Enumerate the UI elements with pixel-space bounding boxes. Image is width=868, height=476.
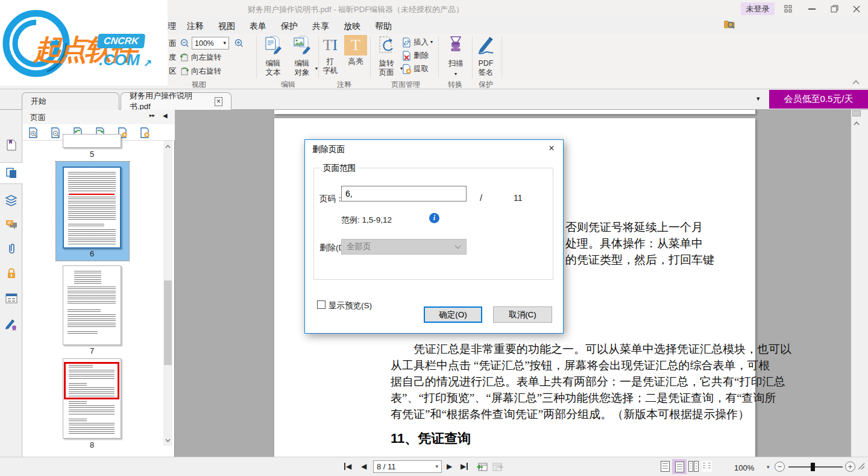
menu-view[interactable]: 视图 bbox=[215, 20, 239, 32]
security-panel-button[interactable] bbox=[0, 262, 22, 284]
facing-continuous-view-button[interactable] bbox=[702, 461, 712, 472]
panel-expand-icon[interactable]: ▸▸ bbox=[149, 112, 155, 118]
thumbnail-page-8[interactable] bbox=[63, 358, 121, 439]
cancel-button[interactable]: 取消(C) bbox=[493, 306, 552, 323]
visible-area-partial[interactable]: 区 bbox=[169, 66, 177, 77]
ok-button[interactable]: 确定(O) bbox=[424, 306, 482, 323]
tab-close-button[interactable]: × bbox=[215, 97, 222, 106]
page-range-input[interactable] bbox=[341, 186, 467, 202]
thumbnail-zoom-out-icon[interactable] bbox=[49, 126, 62, 139]
signatures-panel-button[interactable] bbox=[0, 314, 22, 335]
facing-view-button[interactable] bbox=[688, 461, 699, 472]
navigation-panel-strip bbox=[0, 110, 22, 457]
highlight-button[interactable]: T 高亮 bbox=[342, 35, 370, 66]
document-scrollbar-thumb[interactable] bbox=[852, 110, 861, 116]
insert-pages-button[interactable]: 插入 ▾ bbox=[401, 36, 433, 48]
collapse-ribbon-button[interactable] bbox=[852, 77, 860, 86]
thumbnail-scrollbar[interactable] bbox=[163, 141, 172, 446]
statusbar-zoom-caret[interactable]: ▾ bbox=[767, 465, 770, 470]
minimize-button[interactable] bbox=[805, 4, 819, 14]
doc-heading: 11、凭证查询 bbox=[391, 430, 471, 448]
pages-panel-header: 页面 ▸▸ ◀ bbox=[23, 110, 175, 124]
tab-start[interactable]: 开始 bbox=[22, 92, 119, 110]
edit-text-icon bbox=[262, 35, 284, 56]
delete-pages-button[interactable]: 删除 bbox=[401, 49, 429, 62]
pdf-sign-button[interactable]: PDF 签名 bbox=[474, 35, 498, 77]
rotate-right-button[interactable]: 向右旋转 bbox=[180, 65, 221, 77]
zoom-slider-track[interactable] bbox=[788, 466, 843, 468]
thumbnail-page-5[interactable] bbox=[63, 134, 121, 148]
menu-comment[interactable]: 注释 bbox=[183, 20, 207, 32]
rotate-left-button[interactable]: 向左旋转 bbox=[180, 51, 221, 63]
next-view-button[interactable] bbox=[492, 462, 504, 472]
menu-form[interactable]: 表单 bbox=[246, 20, 270, 32]
pages-panel: 页面 ▸▸ ◀ 5 bbox=[23, 110, 175, 457]
typewriter-button[interactable]: TI 打 字机 bbox=[320, 35, 341, 75]
total-pages-value: 11 bbox=[514, 193, 523, 203]
zoom-level-combo[interactable]: 100% ▾ bbox=[192, 37, 229, 49]
edit-text-button[interactable]: 编辑 文本 bbox=[259, 35, 287, 77]
document-scroll-up-arrow[interactable] bbox=[852, 119, 861, 128]
document-scrollbar[interactable] bbox=[851, 110, 862, 457]
delete-mode-combo[interactable]: 全部页 bbox=[341, 239, 467, 255]
tab-document[interactable]: 财务用户操作说明书.pdf × bbox=[121, 92, 231, 110]
comments-panel-button[interactable] bbox=[0, 214, 22, 235]
thumbnail-label-6: 6 bbox=[63, 249, 121, 258]
thumbnail-page-7[interactable] bbox=[63, 265, 121, 345]
menu-share[interactable]: 共享 bbox=[309, 20, 333, 32]
rotate-pages-icon bbox=[376, 35, 397, 56]
zoom-slider-handle[interactable] bbox=[811, 463, 815, 471]
delete-pages-dialog: 删除页面 × 页面范围 页码： / 11 范例: 1,5-9,12 i 删除(D… bbox=[304, 139, 564, 334]
show-preview-checkbox[interactable] bbox=[317, 300, 326, 309]
previous-page-button[interactable]: ◀ bbox=[361, 463, 366, 470]
zoom-out-icon[interactable] bbox=[180, 38, 190, 48]
single-page-view-button[interactable] bbox=[661, 461, 670, 472]
menu-present[interactable]: 放映 bbox=[340, 20, 364, 32]
group-label-view: 视图 bbox=[181, 80, 217, 90]
page-indicator-combo[interactable]: 8 / 11 ▾ bbox=[373, 460, 442, 473]
dialog-close-button[interactable]: × bbox=[545, 142, 558, 154]
thumbnail-scrollbar-thumb[interactable] bbox=[164, 281, 172, 365]
rotate-pages-button[interactable]: 旋转 页面 ▾ bbox=[373, 35, 400, 77]
zoom-in-icon[interactable] bbox=[234, 38, 244, 48]
thumbnail-scroll-up-arrow[interactable] bbox=[163, 142, 172, 151]
close-button[interactable] bbox=[850, 4, 863, 14]
scan-button[interactable]: 扫描 ▾ bbox=[442, 35, 470, 77]
zoom-out-button[interactable]: − bbox=[775, 462, 785, 472]
zoom-combo-caret: ▾ bbox=[223, 40, 226, 46]
facing-page-icon bbox=[688, 461, 693, 472]
next-page-button[interactable]: ▶ bbox=[447, 463, 452, 470]
login-button[interactable]: 未登录 bbox=[741, 2, 775, 15]
pages-panel-button[interactable] bbox=[0, 162, 23, 184]
thumbnail-scroll-down-arrow[interactable] bbox=[163, 436, 172, 445]
advanced-search-icon[interactable] bbox=[724, 19, 735, 31]
zoom-in-button[interactable]: + bbox=[845, 462, 855, 472]
extract-pages-button[interactable]: 提取 bbox=[401, 63, 429, 75]
last-page-button[interactable]: ▶ bbox=[461, 463, 468, 470]
tab-list-caret[interactable]: ▾ bbox=[756, 95, 760, 102]
thumbnail-selection-6[interactable]: 6 bbox=[56, 162, 129, 261]
attachments-panel-button[interactable] bbox=[0, 238, 22, 259]
first-page-button[interactable]: ◀ bbox=[344, 463, 351, 470]
panel-collapse-icon[interactable]: ◀ bbox=[163, 112, 168, 119]
edit-object-button[interactable]: 编辑 对象 ▾ bbox=[288, 35, 316, 77]
menu-protect[interactable]: 保护 bbox=[277, 20, 301, 32]
layers-panel-button[interactable] bbox=[0, 190, 22, 212]
logo-badge: CNCRK bbox=[97, 34, 146, 48]
arrange-windows-button[interactable] bbox=[781, 4, 794, 14]
bookmarks-panel-button[interactable] bbox=[0, 134, 22, 156]
fields-panel-button[interactable] bbox=[0, 287, 22, 309]
previous-view-button[interactable] bbox=[476, 462, 488, 472]
thumbnail-page-6[interactable] bbox=[63, 167, 121, 249]
restore-button[interactable] bbox=[828, 4, 841, 14]
info-icon[interactable]: i bbox=[429, 213, 439, 223]
resize-grip[interactable] bbox=[857, 462, 865, 472]
fit-width-partial[interactable]: 度 bbox=[169, 52, 177, 63]
continuous-view-button[interactable] bbox=[672, 459, 687, 474]
delete-page-icon[interactable] bbox=[138, 126, 151, 139]
next-view-icon bbox=[492, 462, 504, 472]
fit-page-partial[interactable]: 面 bbox=[169, 39, 177, 49]
membership-promo-banner[interactable]: 会员低至0.5元/天 bbox=[769, 90, 868, 109]
menu-help[interactable]: 帮助 bbox=[371, 20, 395, 32]
thumbnail-zoom-in-icon[interactable] bbox=[27, 126, 40, 139]
